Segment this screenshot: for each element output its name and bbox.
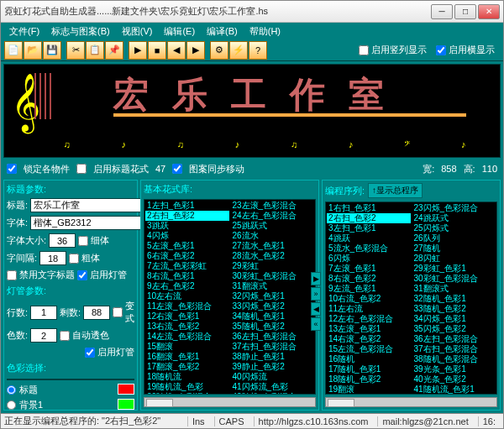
check-vary[interactable] bbox=[113, 307, 123, 317]
list-item[interactable]: 36左扫_色彩混合 bbox=[231, 332, 315, 342]
list-item[interactable]: 7左流_色彩彩虹 bbox=[145, 261, 229, 271]
list-item[interactable]: 3跳跃 bbox=[145, 221, 229, 231]
move-left-button[interactable]: ◀ bbox=[311, 302, 321, 316]
check-auto-color[interactable] bbox=[60, 331, 70, 341]
list-item[interactable]: 5流水_色彩混合 bbox=[327, 243, 411, 254]
swatch-title[interactable] bbox=[118, 384, 134, 395]
list-item[interactable]: 41闪烁流_色彩 bbox=[231, 382, 315, 392]
font-select[interactable] bbox=[30, 216, 153, 230]
radio-title-color[interactable] bbox=[7, 385, 16, 395]
radio-bg1-color[interactable] bbox=[7, 400, 16, 410]
list-item[interactable]: 39光条_色彩1 bbox=[412, 364, 496, 374]
list-item[interactable]: 29彩虹 bbox=[231, 261, 315, 271]
check-sync-move[interactable] bbox=[172, 164, 182, 174]
close-button[interactable]: ✕ bbox=[478, 4, 500, 19]
status-url[interactable]: http://hlgzs.c10.163ns.com bbox=[254, 416, 373, 426]
menu-logo[interactable]: 标志与图案(B) bbox=[46, 24, 115, 39]
list-item[interactable]: 8右流_色彩1 bbox=[145, 271, 229, 281]
list-item[interactable]: 5左滚_色彩1 bbox=[145, 241, 229, 251]
list-item[interactable]: 15左流_色彩混合 bbox=[327, 344, 411, 354]
tool-save[interactable]: 💾 bbox=[43, 41, 61, 60]
move-right-button[interactable]: ▶ bbox=[311, 272, 321, 285]
check-bold[interactable] bbox=[69, 254, 79, 264]
list-item[interactable]: 8右滚_色彩2 bbox=[327, 274, 411, 284]
list-item[interactable]: 41随机流_色彩1 bbox=[412, 385, 496, 394]
list-item[interactable]: 13右流_色彩2 bbox=[145, 322, 229, 332]
program-sequence-list[interactable]: 1右扫_色彩12右扫_色彩23左扫_色彩14跳跃5流水_色彩混合6闪烁7左滚_色… bbox=[325, 201, 497, 395]
list-item[interactable]: 36左扫_色彩混合 bbox=[412, 334, 496, 344]
list-item[interactable]: 16随机 bbox=[327, 354, 411, 364]
menu-compile[interactable]: 编译(B) bbox=[202, 24, 243, 39]
list-item[interactable]: 11左滚_色彩混合 bbox=[145, 301, 229, 311]
list-item[interactable]: 31翻滚式 bbox=[412, 284, 496, 294]
colors-input[interactable] bbox=[30, 328, 57, 343]
check-thin[interactable] bbox=[78, 236, 88, 246]
menu-view[interactable]: 视图(V) bbox=[117, 24, 158, 39]
list-item[interactable]: 16翻滚_色彩1 bbox=[145, 352, 229, 362]
list-item[interactable]: 12左右_色彩混合 bbox=[327, 314, 411, 324]
list-item[interactable]: 33闪烁_色彩2 bbox=[231, 301, 315, 311]
tool-new[interactable]: 📄 bbox=[4, 41, 23, 60]
list-item[interactable]: 18随机_色彩2 bbox=[327, 374, 411, 385]
list-item[interactable]: 4闪烁 bbox=[145, 231, 229, 241]
tool-cut[interactable]: ✂ bbox=[66, 41, 85, 60]
list-item[interactable]: 39静止_色彩2 bbox=[231, 362, 315, 372]
list-item[interactable]: 35随机_色彩2 bbox=[231, 322, 315, 332]
program-list-scrollbar[interactable] bbox=[325, 397, 497, 407]
list-item[interactable]: 17翻滚_色彩2 bbox=[145, 362, 229, 372]
check-no-text[interactable] bbox=[7, 270, 17, 280]
list-item[interactable]: 32随机_色彩1 bbox=[412, 294, 496, 304]
list-item[interactable]: 37右扫_色彩混合 bbox=[231, 342, 315, 352]
check-vertical-display[interactable] bbox=[359, 45, 369, 55]
basic-list-scrollbar[interactable] bbox=[144, 397, 316, 407]
list-item[interactable]: 27流水_色彩1 bbox=[231, 241, 315, 251]
list-item[interactable]: 6闪烁 bbox=[327, 254, 411, 264]
list-item[interactable]: 38随机_色彩混合 bbox=[412, 354, 496, 364]
rest-input[interactable] bbox=[83, 306, 110, 320]
list-item[interactable]: 26队列 bbox=[412, 233, 496, 243]
check-title-fx[interactable] bbox=[76, 164, 87, 174]
color-spectrum[interactable] bbox=[7, 379, 134, 380]
list-item[interactable]: 24跳跃式 bbox=[412, 213, 496, 223]
char-gap-input[interactable] bbox=[39, 251, 66, 265]
list-item[interactable]: 28闪虹 bbox=[412, 254, 496, 264]
list-item[interactable]: 23闪烁_色彩混合 bbox=[412, 203, 496, 213]
list-item[interactable]: 4跳跃 bbox=[327, 233, 411, 243]
list-item[interactable]: 10右流_色彩2 bbox=[327, 294, 411, 304]
minimize-button[interactable]: ─ bbox=[431, 4, 453, 19]
list-item[interactable]: 30彩虹_色彩混合 bbox=[412, 274, 496, 284]
list-item[interactable]: 6右滚_色彩2 bbox=[145, 251, 229, 261]
list-item[interactable]: 2右扫_色彩2 bbox=[145, 211, 229, 221]
list-item[interactable]: 9左右_色彩2 bbox=[145, 281, 229, 291]
list-item[interactable]: 11左右流 bbox=[327, 304, 411, 314]
list-item[interactable]: 31翻滚式 bbox=[231, 281, 315, 291]
list-item[interactable]: 9左流_色彩1 bbox=[327, 284, 411, 294]
list-item[interactable]: 26流水 bbox=[231, 231, 315, 241]
list-item[interactable]: 23左滚_色彩混合 bbox=[231, 201, 315, 211]
tool-paste[interactable]: 📌 bbox=[105, 41, 123, 60]
list-item[interactable]: 19随机流_色彩 bbox=[145, 382, 229, 392]
list-item[interactable]: 38静止_色彩1 bbox=[231, 352, 315, 362]
check-lock-objects[interactable] bbox=[7, 164, 17, 174]
list-item[interactable]: 17随机_色彩1 bbox=[327, 364, 411, 374]
tool-copy[interactable]: 📋 bbox=[86, 41, 104, 60]
tool-stop[interactable]: ■ bbox=[148, 41, 166, 60]
swatch-bg1[interactable] bbox=[118, 399, 134, 410]
check-horiz-display[interactable] bbox=[436, 45, 446, 55]
list-item[interactable]: 19翻滚 bbox=[327, 385, 411, 394]
rows-input[interactable] bbox=[30, 306, 57, 320]
check-use-tube2[interactable] bbox=[85, 348, 95, 358]
maximize-button[interactable]: □ bbox=[454, 4, 476, 19]
list-item[interactable]: 40闪烁流 bbox=[231, 372, 315, 382]
tool-next[interactable]: ▶ bbox=[186, 41, 205, 60]
list-item[interactable]: 12右滚_色彩1 bbox=[145, 311, 229, 322]
status-mail[interactable]: mail:hlgzs@21cn.net bbox=[377, 416, 472, 426]
check-use-tube1[interactable] bbox=[77, 270, 87, 280]
list-item[interactable]: 25闪烁式 bbox=[412, 223, 496, 233]
list-item[interactable]: 15翻滚 bbox=[145, 342, 229, 352]
list-item[interactable]: 28流水_色彩2 bbox=[231, 251, 315, 261]
move-all-right-button[interactable]: » bbox=[311, 287, 321, 301]
list-item[interactable]: 14右滚_色彩2 bbox=[327, 334, 411, 344]
list-item[interactable]: 42随机_色彩混合 bbox=[231, 392, 315, 394]
list-item[interactable]: 35闪烁_色彩2 bbox=[412, 324, 496, 334]
